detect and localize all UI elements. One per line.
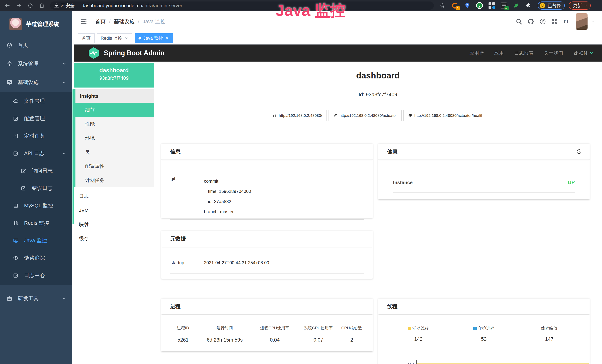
sba-brand[interactable]: Spring Boot Admin (104, 49, 164, 57)
instance-nav-config-props[interactable]: 配置属性 (75, 159, 154, 173)
infra-submenu: 文件管理 配置管理 定时任务 API 日志 访问日志 错误日志 (0, 92, 72, 285)
instance-id: 93a3fc7f7409 (74, 75, 154, 81)
extensions-puzzle-icon[interactable] (525, 2, 532, 9)
instance-nav-classes[interactable]: 类 (75, 145, 154, 159)
sidebar-item-access-log[interactable]: 访问日志 (0, 162, 72, 180)
paused-badge[interactable]: 已暂停 (538, 1, 565, 10)
edit-square-icon (21, 168, 26, 173)
legend-label: 活动线程 (412, 326, 429, 331)
divider (393, 193, 575, 193)
threads-chart: 140 120 100 (378, 360, 590, 364)
sidebar-item-dev-tools[interactable]: 研发工具 (0, 289, 72, 308)
metadata-body: startup 2021-04-27T00:44:31.254+08:00 (161, 247, 373, 265)
extension-leaf-icon[interactable] (512, 2, 520, 9)
process-card-title: 进程 (170, 303, 181, 310)
search-icon[interactable] (513, 16, 525, 27)
extension-grid-icon[interactable] (488, 2, 495, 9)
extension-y-icon[interactable]: y (476, 2, 483, 9)
instance-nav-logs[interactable]: 日志 (74, 189, 154, 203)
instance-url-home[interactable]: http://192.168.0.2:48080/ (268, 110, 327, 121)
update-button[interactable]: 更新 (569, 1, 591, 10)
sba-nav-applications[interactable]: 应用 (494, 50, 504, 56)
sidebar-item-mysql-monitor[interactable]: MySQL 监控 (0, 197, 72, 214)
close-icon[interactable] (124, 36, 129, 40)
instance-nav-caches[interactable]: 缓存 (74, 231, 154, 246)
metadata-key: startup (161, 260, 204, 265)
metadata-card-title: 元数据 (170, 235, 186, 242)
instance-url-actuator[interactable]: http://192.168.0.2:48080/actuator (329, 110, 401, 121)
heartbeat-icon (408, 114, 412, 118)
sidebar-item-file-manage[interactable]: 文件管理 (0, 92, 72, 110)
y-axis-tick: 140 (399, 362, 414, 364)
address-bar[interactable]: 不安全 dashboard.yudao.iocoder.cn /infra/ad… (50, 1, 434, 10)
instance-header[interactable]: dashboard 93a3fc7f7409 (74, 63, 154, 87)
sidebar-item-tracing[interactable]: 链路追踪 (0, 249, 72, 267)
history-icon[interactable] (576, 149, 582, 155)
browser-back-icon[interactable] (3, 1, 11, 10)
browser-reload-icon[interactable] (26, 1, 34, 10)
instance-nav-mappings[interactable]: 映射 (74, 217, 154, 231)
info-card-title: 信息 (170, 148, 181, 155)
breadcrumb-home[interactable]: 首页 (95, 18, 106, 25)
github-icon[interactable] (525, 16, 537, 27)
instance-nav-jvm[interactable]: JVM (74, 203, 154, 217)
url-host: dashboard.yudao.iocoder.cn (82, 3, 142, 9)
sidebar-item-log-center[interactable]: 日志中心 (0, 267, 72, 284)
instance-nav-environment[interactable]: 环境 (75, 131, 154, 145)
tab-java-monitor[interactable]: Java 监控 (135, 33, 173, 43)
sba-nav-wall[interactable]: 应用墙 (469, 50, 484, 56)
health-instance-label: Instance (393, 180, 413, 185)
legend-value: 53 (451, 336, 516, 342)
breadcrumb-infra[interactable]: 基础设施 (114, 18, 135, 25)
health-card-title: 健康 (387, 148, 398, 155)
instance-url-health[interactable]: http://192.168.0.2:48080/actuator/health (403, 110, 488, 121)
instance-nav-scheduled-tasks[interactable]: 计划任务 (75, 173, 154, 187)
process-col-header: 运行时间 (197, 325, 253, 331)
extension-colorzilla-icon[interactable]: 1 (451, 2, 459, 9)
instance-nav-metrics[interactable]: 性能 (75, 117, 154, 131)
page-instance-id: Id: 93a3fc7f7409 (154, 92, 602, 97)
bookmark-star-icon[interactable] (438, 1, 446, 10)
process-card: 进程 进程ID5261 运行时间6d 23h 15m 59s 进程CPU使用率0… (161, 299, 373, 351)
fullscreen-icon[interactable] (548, 16, 560, 27)
sidebar-item-infra[interactable]: 基础设施 (0, 73, 72, 92)
sidebar-item-error-log[interactable]: 错误日志 (0, 180, 72, 197)
gear-icon (7, 61, 12, 66)
sidebar-item-java-monitor[interactable]: Java 监控 (0, 232, 72, 249)
app-title: 芋道管理系统 (26, 20, 59, 28)
sidebar-item-system[interactable]: 系统管理 (0, 54, 72, 73)
sidebar-scrollbar-thumb[interactable] (73, 89, 74, 224)
sidebar-item-home[interactable]: 首页 (0, 36, 72, 54)
help-icon[interactable] (537, 16, 548, 27)
browser-home-icon[interactable] (38, 1, 46, 10)
browser-forward-icon[interactable] (15, 1, 23, 10)
sba-nav-about[interactable]: 关于我们 (544, 50, 563, 56)
sba-locale-select[interactable]: zh-CN (573, 50, 594, 56)
tab-home[interactable]: 首页 (78, 33, 95, 43)
hamburger-icon[interactable] (80, 18, 87, 25)
tab-redis-monitor[interactable]: Redis 监控 (97, 33, 132, 43)
sidebar-item-redis-monitor[interactable]: Redis 监控 (0, 214, 72, 232)
instance-nav-details[interactable]: 细节 (75, 103, 154, 117)
font-size-icon[interactable]: tT (560, 16, 572, 27)
sidebar-item-scheduled-jobs[interactable]: 定时任务 (0, 127, 72, 145)
browser-menu-icon[interactable] (584, 2, 589, 9)
extension-switch-icon[interactable]: on (500, 2, 508, 9)
avatar-caret-icon[interactable] (591, 20, 595, 23)
sba-nav-journal[interactable]: 日志报表 (514, 50, 533, 56)
briefcase-icon (7, 296, 12, 301)
sidebar-item-config-manage[interactable]: 配置管理 (0, 110, 72, 127)
security-warning-icon (54, 3, 59, 8)
user-avatar[interactable] (576, 13, 588, 30)
divider (170, 273, 364, 274)
app-logo-row[interactable]: 芋道管理系统 (0, 11, 72, 36)
spring-boot-admin-logo[interactable] (88, 47, 99, 59)
instance-url-row: http://192.168.0.2:48080/ http://192.168… (154, 110, 602, 121)
sidebar-item-api-log[interactable]: API 日志 (0, 145, 72, 162)
close-icon[interactable] (165, 36, 169, 40)
sidebar-scrollbar[interactable] (72, 11, 74, 364)
threads-legend-values: 143 53 147 (378, 331, 590, 342)
edit-icon (13, 116, 19, 121)
extension-pin-icon[interactable] (463, 2, 471, 9)
y-axis-cap (416, 360, 419, 360)
